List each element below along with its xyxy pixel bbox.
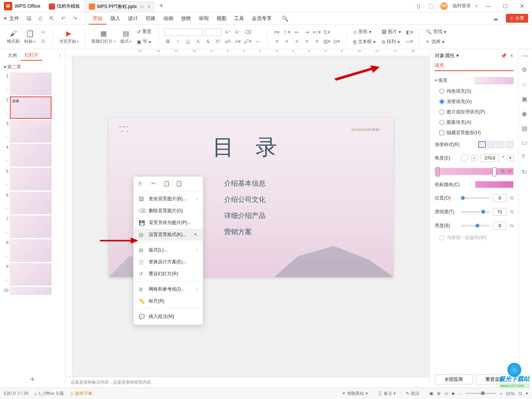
slide-thumb[interactable]: 7☆ [3, 216, 62, 238]
minimize-button[interactable]: — [482, 3, 494, 9]
slide-thumb[interactable]: 10 [3, 287, 62, 295]
view-sorter-icon[interactable]: ⊞ [437, 391, 441, 396]
save-icon[interactable]: 🖫 [25, 14, 33, 23]
layers-icon[interactable]: ▤ [522, 125, 529, 132]
box-icon[interactable]: ⬚ [429, 3, 436, 10]
tab-menu-icon[interactable]: ▭ [140, 4, 144, 9]
textbox-button[interactable]: A̲文本框 ▾ [352, 38, 377, 46]
zoom-slider[interactable] [466, 393, 496, 394]
brightness-slider[interactable] [461, 225, 490, 226]
gradient-stop[interactable] [492, 167, 496, 176]
help-icon[interactable]: ? [522, 154, 529, 161]
numbering-icon[interactable]: ⒈▾ [283, 28, 291, 36]
increase-font-icon[interactable]: A⁺ [224, 28, 232, 36]
pattern-fill-radio[interactable]: 图案填充(A) [439, 119, 514, 126]
paste-special-icon[interactable]: 📋 [176, 180, 183, 188]
ctx-change-design[interactable]: ◫更换设计方案(E)... [133, 256, 203, 268]
fill-style-icon[interactable]: ◧▾ [406, 28, 413, 36]
ctx-grid-guides[interactable]: ⊞网格和参考线(I)...› [133, 283, 203, 295]
font-color-icon[interactable]: A▾ [234, 38, 242, 45]
align-left-icon[interactable]: ≡ [273, 38, 281, 45]
spell-icon[interactable]: aA [224, 38, 232, 45]
gradient-style-path[interactable] [506, 141, 514, 148]
from-current-button[interactable]: ▶ 当页开始 [57, 28, 81, 45]
theme-name[interactable]: ⌂1_Office 主题 [35, 391, 64, 396]
chapter-label[interactable]: 第二章 [0, 62, 65, 73]
text-direction-icon[interactable]: ⇅▾ [323, 28, 331, 36]
section-button[interactable]: ▣节 ▾ [135, 38, 153, 46]
align-right-icon[interactable]: ≡ [293, 38, 301, 45]
line-spacing-icon[interactable]: ≡↕▾ [313, 28, 321, 36]
shape-button[interactable]: ◇形状 ▾ [352, 28, 377, 36]
underline-icon[interactable]: U [184, 38, 192, 45]
menu-tab-transition[interactable]: 切换 [142, 12, 160, 25]
hide-bg-checkbox[interactable]: 隐藏背景图形(H) [439, 130, 514, 136]
missing-font-warning[interactable]: ⚠缺失字体 [70, 391, 92, 396]
cut-icon[interactable]: ✂ [151, 180, 159, 188]
columns-icon[interactable]: ▥▾ [323, 38, 331, 45]
gradient-fill-radio[interactable]: 渐变填充(G) [439, 98, 514, 105]
slide-thumb[interactable]: 1☆ [3, 73, 62, 95]
ctx-format-bg[interactable]: ▨设置背景格式(K)...↖ [133, 229, 203, 241]
ctx-layout[interactable]: ▤版式(L)...› [133, 244, 203, 256]
slide-thumb[interactable]: 3☆ [3, 120, 62, 143]
bullets-icon[interactable]: ≡▾ [273, 28, 281, 36]
panel-tab-fill[interactable]: 填充 [435, 62, 514, 71]
add-slide-button[interactable]: + [0, 371, 65, 387]
font-family-select[interactable] [164, 28, 203, 36]
zoom-in-icon[interactable]: + [500, 391, 502, 396]
view-reading-icon[interactable]: ▭ [444, 391, 448, 396]
gradient-style-rect[interactable] [497, 141, 504, 148]
position-input[interactable] [493, 194, 507, 202]
tab-template-store[interactable]: 找稻壳模板 [45, 1, 84, 12]
slide-thumb[interactable]: 2目录☆ [3, 96, 62, 119]
avatar[interactable]: WP [440, 2, 448, 10]
ctx-insert-comment[interactable]: 💬插入批注(M) [133, 311, 203, 323]
menu-tab-insert[interactable]: 插入 [106, 12, 124, 25]
position-slider[interactable] [461, 197, 490, 199]
login-text[interactable]: 临时登录 [452, 3, 471, 9]
tab-document[interactable]: WPS PPT教程.pptx ▭ × [85, 1, 155, 12]
layout-button[interactable]: ▤ 版式 [118, 28, 134, 45]
sync-icon[interactable]: ↻ [522, 168, 529, 176]
outline-style-icon[interactable]: ▭▾ [406, 38, 413, 45]
clear-format-icon[interactable]: ⌫ [244, 28, 252, 36]
search-icon[interactable]: 🔍 [281, 14, 289, 23]
align-center-icon[interactable]: ≡ [283, 38, 291, 45]
arrange-button[interactable]: ⧉排列 ▾ [380, 38, 402, 46]
transparency-input[interactable] [493, 208, 507, 216]
menu-tab-tools[interactable]: 工具 [230, 12, 248, 25]
ctx-ruler[interactable]: 📏标尺(R) [133, 295, 203, 307]
picture-fill-radio[interactable]: 图片或纹理填充(P) [439, 109, 514, 115]
align-text-icon[interactable]: ⊟▾ [333, 38, 341, 45]
slide-thumb[interactable]: 6☆ [3, 192, 62, 214]
view-normal-icon[interactable]: ▣ [429, 391, 433, 396]
close-panel-icon[interactable]: ✕ [510, 53, 514, 58]
fit-to-window-icon[interactable]: ⊡ [519, 391, 522, 396]
solid-fill-radio[interactable]: 纯色填充(S) [439, 88, 514, 95]
view-slideshow-icon[interactable]: ▶ [452, 391, 455, 396]
reset-button[interactable]: ↺重置 [135, 28, 153, 36]
more-views-icon[interactable]: ▾ [526, 391, 528, 396]
thumbnail-list[interactable]: 1☆ 2目录☆ 3☆ 4☆ 5☆ 6☆ 7☆ 8☆ 9☆ 10 [0, 73, 65, 371]
select-button[interactable]: ↖选择 ▾ [424, 38, 448, 46]
slide-thumb[interactable]: 4☆ [3, 144, 62, 166]
angle-dial[interactable] [461, 154, 468, 162]
transparency-slider[interactable] [461, 211, 490, 213]
window-icon[interactable]: ▣ [522, 95, 529, 103]
app-menu-button[interactable]: ≡ 文件 [4, 15, 19, 22]
slides-tab[interactable]: 幻灯片 [21, 50, 42, 61]
preview-icon[interactable]: ⇱ [48, 14, 56, 23]
pin-icon[interactable]: 📌 [501, 53, 507, 58]
slide-thumb[interactable]: 8☆ [3, 239, 62, 262]
menu-tab-start[interactable]: 开始 [89, 12, 106, 25]
design-icon[interactable]: ◉ [522, 110, 529, 118]
comments-toggle[interactable]: ✎批注 [406, 391, 419, 396]
print-icon[interactable]: ⎙ [36, 14, 45, 23]
menu-tab-view[interactable]: 视图 [213, 12, 230, 25]
ctx-change-bg[interactable]: 🖼更改背景图片(B)...› [133, 193, 203, 205]
strikethrough-icon[interactable]: S̶ [204, 38, 212, 45]
undo-icon[interactable]: ↶ [59, 14, 68, 23]
angle-decrease[interactable]: − [471, 155, 478, 161]
zoom-out-icon[interactable]: − [459, 391, 461, 396]
